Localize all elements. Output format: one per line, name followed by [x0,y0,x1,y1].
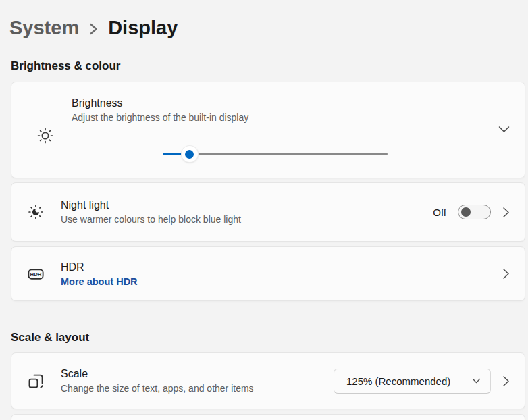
dropdown-chevron-down-icon [472,378,481,384]
brightness-slider-thumb[interactable] [182,146,198,162]
scale-icon [27,372,45,390]
hdr-card[interactable]: HDR HDR More about HDR [11,246,525,301]
scale-dropdown[interactable]: 125% (Recommended) [334,369,491,394]
night-light-controls: Off [433,205,510,219]
brightness-text-block: Brightness Adjust the brightness of the … [72,96,248,124]
night-light-text-block: Night light Use warmer colours to help b… [61,198,241,226]
section-title-brightness-colour: Brightness & colour [11,59,120,73]
hdr-text-block: HDR More about HDR [61,260,138,288]
night-light-title: Night light [61,198,241,212]
scale-card[interactable]: Scale Change the size of text, apps, and… [11,352,525,409]
hdr-icon: HDR [27,265,45,283]
scale-controls: 125% (Recommended) [334,369,510,394]
hdr-title: HDR [61,260,138,274]
scale-dropdown-value: 125% (Recommended) [346,375,450,387]
hdr-controls [502,268,510,280]
section-title-scale-layout: Scale & layout [11,331,89,344]
brightness-card[interactable]: Brightness Adjust the brightness of the … [11,82,525,178]
scale-chevron-right-icon[interactable] [502,375,510,387]
night-light-chevron-right-icon[interactable] [502,207,510,218]
scale-subtitle: Change the size of text, apps, and other… [61,382,254,395]
breadcrumb: System Display [9,14,178,41]
breadcrumb-system[interactable]: System [9,14,79,41]
night-light-toggle-label: Off [433,207,446,218]
brightness-expand-chevron-down-icon[interactable] [498,126,510,133]
night-light-icon [27,203,45,221]
brightness-title: Brightness [72,96,248,110]
night-light-toggle[interactable] [458,205,491,219]
brightness-slider[interactable] [163,146,388,163]
night-light-card[interactable]: Night light Use warmer colours to help b… [11,182,525,242]
svg-text:HDR: HDR [30,271,42,278]
night-light-subtitle: Use warmer colours to help block blue li… [61,213,241,226]
toggle-knob [461,207,471,217]
hdr-more-link[interactable]: More about HDR [61,275,138,288]
breadcrumb-chevron-icon [89,22,98,36]
brightness-sun-icon [36,127,54,145]
brightness-subtitle: Adjust the brightness of the built-in di… [72,111,248,124]
hdr-chevron-right-icon[interactable] [502,268,510,280]
scale-text-block: Scale Change the size of text, apps, and… [61,367,254,395]
breadcrumb-display: Display [108,14,178,41]
next-card-peek[interactable] [11,414,525,420]
settings-page: System Display Brightness & colour [0,0,528,420]
scale-title: Scale [61,367,254,381]
